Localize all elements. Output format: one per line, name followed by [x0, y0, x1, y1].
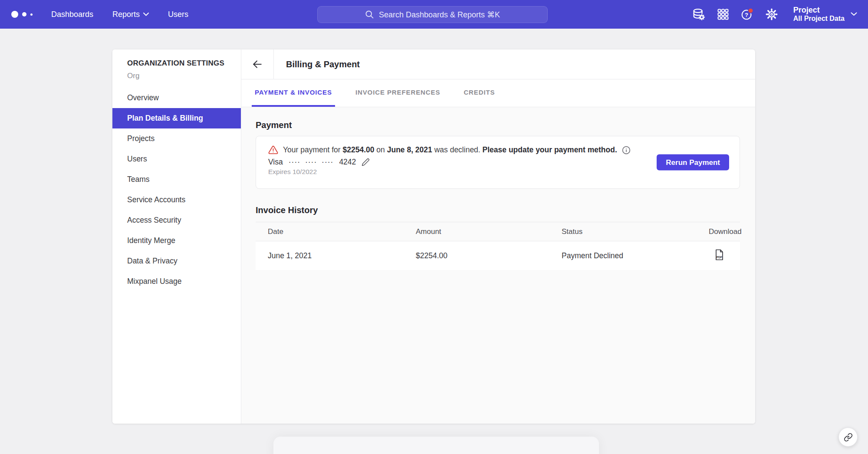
column-header-status: Status — [562, 227, 709, 236]
settings-gear-icon[interactable] — [765, 7, 779, 21]
org-name: Org — [127, 72, 241, 80]
card-masked-digits: ···· ···· ···· — [289, 158, 334, 167]
nav-item-label: Users — [168, 10, 188, 19]
tab-invoice-preferences[interactable]: INVOICE PREFERENCES — [352, 79, 443, 107]
payment-method-card: Your payment for $2254.00 on June 8, 202… — [256, 136, 740, 189]
search-icon — [365, 10, 374, 19]
payment-section-title: Payment — [256, 120, 740, 130]
declined-date: June 8, 2021 — [387, 145, 432, 154]
search-placeholder: Search Dashboards & Reports ⌘K — [379, 10, 500, 20]
info-icon[interactable] — [622, 146, 631, 155]
back-button[interactable] — [241, 49, 273, 79]
pdf-file-icon[interactable]: PDF — [714, 249, 724, 260]
rerun-payment-button[interactable]: Rerun Payment — [657, 155, 729, 171]
top-navbar: Dashboards Reports Users Search Dashboar… — [0, 0, 868, 29]
arrow-left-icon — [252, 59, 263, 70]
sidebar-item-service-accounts[interactable]: Service Accounts — [112, 190, 241, 210]
warning-triangle-icon — [268, 145, 278, 155]
nav-item-label: Reports — [112, 10, 140, 19]
column-header-download: Download — [709, 227, 743, 236]
nav-item-label: Dashboards — [51, 10, 93, 19]
sidebar-item-teams[interactable]: Teams — [112, 169, 241, 190]
tab-credits[interactable]: CREDITS — [460, 79, 498, 107]
svg-text:PDF: PDF — [717, 255, 722, 258]
sidebar-item-identity-merge[interactable]: Identity Merge — [112, 230, 241, 251]
logo-dot-large — [11, 11, 18, 18]
data-management-icon[interactable] — [692, 7, 706, 21]
chevron-down-icon — [143, 13, 149, 16]
column-header-date: Date — [268, 227, 416, 236]
settings-sidebar: ORGANIZATION SETTINGS Org Overview Plan … — [112, 49, 241, 424]
global-search-input[interactable]: Search Dashboards & Reports ⌘K — [317, 6, 548, 23]
tab-content: Payment Your payment for $2254.00 on Jun… — [241, 107, 755, 424]
tab-payment-invoices[interactable]: PAYMENT & INVOICES — [252, 79, 335, 107]
sidebar-item-data-privacy[interactable]: Data & Privacy — [112, 251, 241, 271]
declined-amount: $2254.00 — [343, 145, 375, 154]
invoice-table-header: Date Amount Status Download — [256, 222, 740, 241]
sidebar-item-plan-details-billing[interactable]: Plan Details & Billing — [112, 108, 241, 128]
nav-item-reports[interactable]: Reports — [112, 10, 149, 19]
svg-text:?: ? — [745, 12, 748, 18]
invoice-history-title: Invoice History — [256, 205, 740, 215]
notification-badge — [748, 8, 753, 13]
link-icon — [844, 433, 853, 442]
invoice-date: June 1, 2021 — [268, 251, 416, 260]
header-divider — [273, 49, 274, 79]
payment-declined-alert: Your payment for $2254.00 on June 8, 202… — [268, 145, 740, 155]
card-brand: Visa — [268, 158, 283, 167]
page-title: Billing & Payment — [286, 49, 360, 79]
invoice-table: Date Amount Status Download June 1, 2021… — [256, 222, 740, 270]
nav-item-dashboards[interactable]: Dashboards — [51, 10, 93, 19]
sidebar-nav-list: Overview Plan Details & Billing Projects… — [112, 88, 241, 292]
sidebar-heading: ORGANIZATION SETTINGS — [127, 59, 241, 68]
settings-main: Billing & Payment PAYMENT & INVOICES INV… — [241, 49, 755, 424]
sidebar-item-overview[interactable]: Overview — [112, 88, 241, 108]
invoice-amount: $2254.00 — [416, 251, 562, 260]
card-last4: 4242 — [339, 158, 356, 167]
page-bottom-shadow — [273, 437, 599, 454]
sidebar-item-access-security[interactable]: Access Security — [112, 210, 241, 230]
help-icon[interactable]: ? — [740, 7, 754, 21]
chevron-down-icon — [851, 12, 857, 16]
navbar-right-cluster: ? Project All Project Data — [692, 0, 857, 29]
sidebar-item-projects[interactable]: Projects — [112, 128, 241, 149]
primary-nav: Dashboards Reports Users — [51, 10, 207, 19]
nav-item-users[interactable]: Users — [168, 10, 188, 19]
alert-text: Your payment for $2254.00 on June 8, 202… — [283, 145, 617, 155]
column-header-amount: Amount — [416, 227, 562, 236]
logo-dot-medium — [22, 12, 26, 16]
invoice-status: Payment Declined — [562, 251, 709, 260]
org-settings-panel: ORGANIZATION SETTINGS Org Overview Plan … — [112, 49, 755, 424]
sidebar-item-users[interactable]: Users — [112, 149, 241, 169]
project-selector[interactable]: Project All Project Data — [793, 6, 857, 23]
invoice-table-row: June 1, 2021 $2254.00 Payment Declined P… — [256, 241, 740, 270]
apps-grid-icon[interactable] — [716, 7, 730, 21]
project-selector-value: All Project Data — [793, 15, 845, 23]
page-header: Billing & Payment — [241, 49, 755, 79]
logo-dot-small — [30, 13, 33, 16]
edit-pencil-icon[interactable] — [362, 158, 370, 166]
sidebar-item-mixpanel-usage[interactable]: Mixpanel Usage — [112, 271, 241, 292]
billing-tabs: PAYMENT & INVOICES INVOICE PREFERENCES C… — [241, 79, 755, 107]
project-selector-label: Project — [793, 6, 845, 15]
mixpanel-logo[interactable] — [11, 11, 40, 18]
copy-link-floating-button[interactable] — [838, 428, 858, 447]
